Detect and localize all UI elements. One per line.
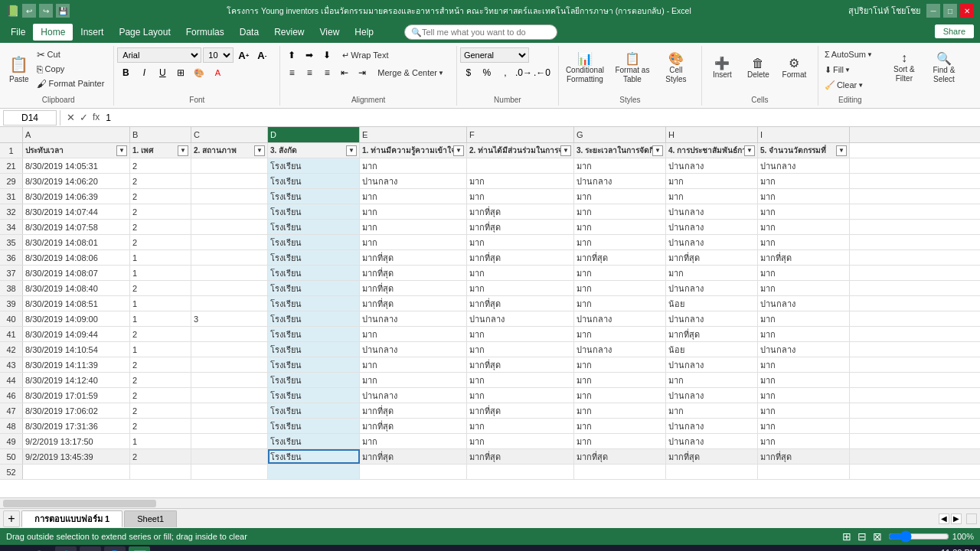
cell-1-G[interactable]: 3. ระยะเวลาในการจัดกิจกรร▼ (574, 143, 666, 158)
format-painter-btn[interactable]: 🖌 Format Painter (34, 77, 108, 90)
cell-50-I[interactable]: มากที่สุด (758, 449, 850, 464)
cell-21-G[interactable]: มาก (574, 158, 666, 173)
table-row[interactable]: 488/30/2019 17:31:362โรงเรียนมากที่สุดมา… (0, 419, 980, 434)
cell-41-H[interactable]: มากที่สุด (666, 327, 758, 341)
cell-39-G[interactable]: มาก (574, 296, 666, 311)
cell-46-G[interactable]: มาก (574, 388, 666, 403)
filter-btn-A[interactable]: ▼ (116, 145, 127, 156)
cell-32-B[interactable]: 2 (130, 204, 191, 219)
cell-21-D[interactable]: โรงเรียน (268, 158, 360, 173)
cell-35-G[interactable]: มาก (574, 235, 666, 249)
increase-decimal-btn[interactable]: .0→ (515, 65, 532, 80)
cell-42-B[interactable]: 1 (130, 342, 191, 357)
table-row[interactable]: 509/2/2019 13:45:392โรงเรียนมากที่สุดมาก… (0, 449, 980, 465)
cell-35-I[interactable]: มาก (758, 235, 850, 249)
cell-46-I[interactable]: มาก (758, 388, 850, 403)
cell-21-E[interactable]: มาก (360, 158, 467, 173)
cell-52-E[interactable] (360, 465, 467, 479)
cell-47-G[interactable]: มาก (574, 403, 666, 418)
cell-1-C[interactable]: 2. สถานภาพ▼ (191, 143, 268, 158)
cell-38-G[interactable]: มาก (574, 281, 666, 295)
delete-btn[interactable]: 🗑 Delete (741, 47, 776, 87)
menu-data[interactable]: Data (232, 24, 266, 41)
menu-review[interactable]: Review (266, 24, 312, 41)
cell-42-H[interactable]: น้อย (666, 342, 758, 357)
cell-21-A[interactable]: 8/30/2019 14:05:31 (23, 158, 130, 173)
table-row[interactable]: 408/30/2019 14:09:0013โรงเรียนปานกลางปาน… (0, 311, 980, 327)
cell-42-F[interactable]: มาก (467, 342, 574, 357)
table-row[interactable]: 468/30/2019 17:01:592โรงเรียนปานกลางมากม… (0, 388, 980, 403)
cell-34-D[interactable]: โรงเรียน (268, 220, 360, 234)
menu-home[interactable]: Home (33, 24, 73, 41)
table-row[interactable]: 348/30/2019 14:07:582โรงเรียนมากมากที่สุ… (0, 220, 980, 235)
cell-35-H[interactable]: ปานกลาง (666, 235, 758, 249)
menu-help[interactable]: Help (347, 24, 381, 41)
cell-1-F[interactable]: 2. ท่านได้มีส่วนร่วมในการจ▼ (467, 143, 574, 158)
align-middle-btn[interactable]: ➡ (301, 47, 318, 63)
cell-37-C[interactable] (191, 266, 268, 280)
cell-32-A[interactable]: 8/30/2019 14:07:44 (23, 204, 130, 219)
table-row[interactable]: 328/30/2019 14:07:442โรงเรียนมากมากที่สุ… (0, 204, 980, 220)
cell-50-C[interactable] (191, 449, 268, 464)
cell-36-A[interactable]: 8/30/2019 14:08:06 (23, 250, 130, 265)
filter-btn-F[interactable]: ▼ (560, 145, 571, 156)
cell-34-H[interactable]: ปานกลาง (666, 220, 758, 234)
cell-36-H[interactable]: มากที่สุด (666, 250, 758, 265)
filter-btn-G[interactable]: ▼ (652, 145, 663, 156)
horizontal-scroll[interactable] (0, 497, 980, 508)
cell-35-D[interactable]: โรงเรียน (268, 235, 360, 249)
cell-37-E[interactable]: มากที่สุด (360, 266, 467, 280)
col-header-F[interactable]: F (467, 127, 574, 142)
cell-49-E[interactable]: มาก (360, 434, 467, 448)
cell-44-D[interactable]: โรงเรียน (268, 373, 360, 387)
cell-48-C[interactable] (191, 419, 268, 433)
cell-1-A[interactable]: ประทับเวลา▼ (23, 143, 130, 158)
cell-50-H[interactable]: มากที่สุด (666, 449, 758, 464)
clear-btn[interactable]: 🧹 Clear ▼ (822, 78, 867, 92)
cell-38-H[interactable]: ปานกลาง (666, 281, 758, 295)
autosum-btn[interactable]: Σ AutoSum ▼ (822, 47, 876, 61)
border-btn[interactable]: ⊞ (172, 65, 189, 80)
cell-29-E[interactable]: ปานกลาง (360, 174, 467, 188)
cell-21-C[interactable] (191, 158, 268, 173)
filter-btn-I[interactable]: ▼ (836, 145, 847, 156)
cell-38-F[interactable]: มาก (467, 281, 574, 295)
cell-38-A[interactable]: 8/30/2019 14:08:40 (23, 281, 130, 295)
cell-50-D[interactable]: โรงเรียน (268, 449, 360, 464)
cell-44-H[interactable]: มาก (666, 373, 758, 387)
cell-40-H[interactable]: ปานกลาง (666, 311, 758, 326)
table-row[interactable]: 418/30/2019 14:09:442โรงเรียนมากมากมากมา… (0, 327, 980, 342)
menu-formulas[interactable]: Formulas (178, 24, 232, 41)
cell-43-B[interactable]: 2 (130, 357, 191, 372)
cell-39-E[interactable]: มากที่สุด (360, 296, 467, 311)
cell-48-F[interactable]: มาก (467, 419, 574, 433)
cell-50-G[interactable]: มากที่สุด (574, 449, 666, 464)
formula-input[interactable] (103, 110, 977, 126)
align-center-btn[interactable]: ≡ (301, 65, 318, 80)
cell-49-C[interactable] (191, 434, 268, 448)
cell-52-F[interactable] (467, 465, 574, 479)
cell-29-B[interactable]: 2 (130, 174, 191, 188)
cell-34-I[interactable]: มาก (758, 220, 850, 234)
cell-46-A[interactable]: 8/30/2019 17:01:59 (23, 388, 130, 403)
cell-29-A[interactable]: 8/30/2019 14:06:20 (23, 174, 130, 188)
cell-48-E[interactable]: มากที่สุด (360, 419, 467, 433)
cell-47-F[interactable]: มากที่สุด (467, 403, 574, 418)
cell-32-H[interactable]: ปานกลาง (666, 204, 758, 219)
cell-1-E[interactable]: 1. ท่านมีความรู้ความเข้าใจใ▼ (360, 143, 467, 158)
cell-37-H[interactable]: มาก (666, 266, 758, 280)
cell-44-C[interactable] (191, 373, 268, 387)
currency-btn[interactable]: $ (460, 65, 477, 80)
cell-41-B[interactable]: 2 (130, 327, 191, 341)
comma-btn[interactable]: , (497, 65, 514, 80)
cell-43-H[interactable]: ปานกลาง (666, 357, 758, 372)
cell-48-D[interactable]: โรงเรียน (268, 419, 360, 433)
cell-44-B[interactable]: 2 (130, 373, 191, 387)
page-layout-btn[interactable]: ⊟ (858, 530, 867, 543)
filter-btn-C[interactable]: ▼ (254, 145, 265, 156)
menu-file[interactable]: File (3, 24, 33, 41)
underline-btn[interactable]: U (154, 65, 171, 80)
table-row[interactable]: 388/30/2019 14:08:402โรงเรียนมากที่สุดมา… (0, 281, 980, 296)
cell-36-F[interactable]: มากที่สุด (467, 250, 574, 265)
cell-46-E[interactable]: ปานกลาง (360, 388, 467, 403)
